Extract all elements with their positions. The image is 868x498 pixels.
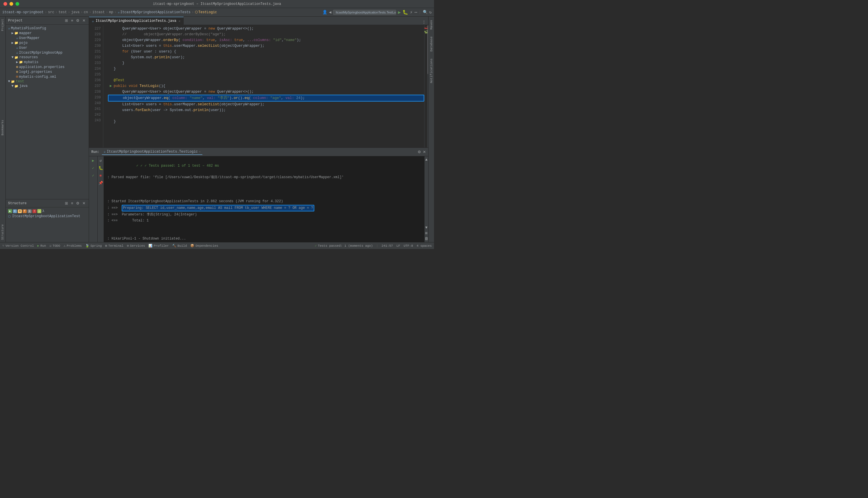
status-build[interactable]: 🔨 Build: [172, 244, 187, 248]
struct-icon-err[interactable]: !: [33, 209, 37, 213]
right-tab-maven[interactable]: Maven: [429, 17, 434, 33]
run-config-button[interactable]: ItcastMpSpringbootApplicationTests.TestL…: [333, 10, 396, 15]
code-editor[interactable]: 227 228 229 230 231 232 233 234 235 236 …: [89, 25, 428, 147]
run-debug-button[interactable]: 🐛: [98, 165, 104, 171]
maximize-button[interactable]: [15, 2, 19, 6]
status-position[interactable]: 241:57: [381, 244, 393, 248]
run-tab-main[interactable]: ☕ ItcastMpSpringbootApplicationTests.Tes…: [102, 149, 202, 155]
status-dependencies[interactable]: 📦 Dependencies: [190, 244, 218, 248]
status-services[interactable]: ⚙ Services: [127, 244, 145, 248]
run-tab-close[interactable]: ✕: [199, 150, 200, 154]
struct-icon-more[interactable]: i: [28, 209, 31, 213]
run-stop-button[interactable]: ■: [98, 172, 104, 179]
crumb-cn[interactable]: cn: [84, 10, 88, 14]
tab-main-file[interactable]: ☕ ItcastMpSpringbootApplicationTests.jav…: [89, 17, 184, 25]
run-pin-button[interactable]: 📌: [98, 180, 104, 186]
structure-settings-btn[interactable]: ⚙: [75, 201, 80, 206]
crumb-test[interactable]: test: [59, 10, 67, 14]
crumb-class[interactable]: TestLogic: [198, 10, 217, 14]
console-line-blank3: [107, 193, 421, 198]
status-line-ending[interactable]: LF: [397, 244, 400, 248]
struct-icon-warn[interactable]: △: [37, 209, 41, 213]
tree-item-resources[interactable]: ▼ 📁 resources: [6, 55, 89, 60]
tree-item-usermapper[interactable]: ☕ UserMapper: [6, 36, 89, 40]
avatar-icon[interactable]: 👤: [322, 10, 327, 15]
struct-icon-method[interactable]: m: [18, 209, 22, 213]
tree-item-mybatis-config[interactable]: ⊞ mybatis-config.xml: [6, 74, 89, 79]
tree-item-itcastapp[interactable]: ☕ ItcastMpSpringbootApp: [6, 50, 89, 55]
run-check-button[interactable]: ✓: [90, 172, 96, 179]
project-sidebar: Project ⊞ ≡ ⚙ ✕ ☕ MybatisPlusConfig ▶ 📁 …: [6, 17, 89, 242]
run-settings-button[interactable]: ⚙: [418, 150, 421, 154]
sidebar-expand-button[interactable]: ⊞: [64, 18, 69, 23]
tree-item-mybatisplusconfig[interactable]: ☕ MybatisPlusConfig: [6, 26, 89, 31]
run-button[interactable]: ▶: [398, 10, 401, 15]
search-button[interactable]: 🔍: [423, 10, 428, 15]
status-todo[interactable]: ☑ TODO: [49, 244, 60, 248]
tree-item-mybatis[interactable]: ▶ 📁 mybatis: [6, 60, 89, 65]
crumb-java[interactable]: java: [71, 10, 79, 14]
structure-body: ▶ C m f i ! △ λ ⬡ ItcastMpSpringbootAppl…: [6, 207, 89, 242]
run-close-button[interactable]: ✕: [423, 150, 426, 154]
project-crumb[interactable]: itcast-mp-springboot › src › test › java…: [2, 10, 217, 14]
tree-item-java[interactable]: ▼ 📁 java: [6, 84, 89, 88]
structure-collapse-btn[interactable]: ≡: [70, 201, 74, 206]
status-spring[interactable]: 🍃 Spring: [85, 244, 102, 248]
right-tab-notifications[interactable]: Notifications: [429, 55, 434, 87]
run-clear-btn[interactable]: 🗑: [425, 237, 428, 241]
run-content: ▶ ✓ ✓ ↺ 🐛 ■ 📌 ✓ ✓ ✓ Tests passed: 1 of 1…: [89, 156, 428, 242]
structure-close-btn[interactable]: ✕: [81, 201, 87, 206]
coverage-button[interactable]: ⚡: [410, 10, 413, 15]
run-play-button[interactable]: ▶: [90, 157, 96, 164]
debug-button[interactable]: 🐛: [402, 10, 408, 15]
console-output[interactable]: ✓ ✓ ✓ Tests passed: 1 of 1 test – 482 ms…: [104, 156, 424, 242]
crumb-itcast[interactable]: itcast: [92, 10, 105, 14]
more-button[interactable]: ⋯: [414, 10, 417, 15]
crumb-file[interactable]: ItcastMpSpringbootApplicationTests: [120, 10, 191, 14]
status-profiler[interactable]: 📊 Profiler: [148, 244, 169, 248]
tree-item-application-properties[interactable]: ⚙ application.properties: [6, 65, 89, 69]
struct-icon-lambda[interactable]: λ: [42, 209, 44, 213]
tree-item-log4j-properties[interactable]: ⚙ log4j.properties: [6, 69, 89, 74]
status-encoding[interactable]: UTF-8: [404, 244, 413, 248]
run-scroll-down[interactable]: ▼: [425, 225, 428, 230]
tree-item-mapper[interactable]: ▶ 📁 mapper: [6, 31, 89, 36]
update-button[interactable]: ↻: [429, 10, 432, 15]
test-status-text: ✓ Tests passed: 1 of 1 test – 482 ms: [145, 164, 219, 168]
struct-icon-field[interactable]: f: [23, 209, 27, 213]
status-version-control[interactable]: ⑂ Version Control: [2, 244, 34, 248]
back-button[interactable]: ◀: [329, 10, 331, 15]
run-status-check[interactable]: ✓: [90, 165, 96, 171]
project-name[interactable]: itcast-mp-springboot: [2, 10, 44, 14]
sidebar-close-button[interactable]: ✕: [81, 18, 87, 23]
status-run-icon: ▶: [37, 244, 39, 248]
run-rerun-button[interactable]: ↺: [98, 157, 104, 164]
crumb-src[interactable]: src: [48, 10, 54, 14]
right-tab-database[interactable]: Database: [429, 33, 434, 55]
tab-menu-button[interactable]: ⋮: [420, 20, 428, 25]
run-expand-btn[interactable]: ⊞: [425, 231, 428, 236]
struct-icon-class[interactable]: C: [13, 209, 17, 213]
crumb-mp[interactable]: mp: [109, 10, 113, 14]
struct-icon-run[interactable]: ▶: [8, 209, 12, 213]
sidebar-collapse-button[interactable]: ≡: [70, 18, 74, 23]
struct-class-item[interactable]: ⬡ ItcastMpSpringbootApplicationTest: [8, 214, 87, 219]
minimize-button[interactable]: [10, 2, 13, 6]
status-terminal[interactable]: ⊞ Terminal: [105, 244, 124, 248]
run-scroll-up[interactable]: ▲: [425, 157, 428, 162]
left-tab-bookmarks[interactable]: Bookmarks: [0, 118, 6, 138]
status-problems[interactable]: ⚠ Problems: [64, 244, 82, 248]
tree-item-pojo[interactable]: ▶ 📁 pojo: [6, 40, 89, 45]
code-content[interactable]: QueryWrapper<User> objectQueryWrapper = …: [103, 25, 424, 147]
left-tab-structure[interactable]: Structure: [0, 222, 6, 242]
structure-expand-btn[interactable]: ⊞: [64, 201, 69, 206]
tab-close-button[interactable]: ✕: [179, 19, 181, 23]
sidebar-settings-button[interactable]: ⚙: [75, 18, 80, 23]
status-run-button[interactable]: ▶ Run: [37, 244, 46, 248]
left-tab-project[interactable]: Project: [0, 17, 6, 33]
tree-item-user[interactable]: ☕ User: [6, 45, 89, 50]
run-tab-label: ItcastMpSpringbootApplicationTests.TestL…: [107, 150, 198, 154]
tree-item-test[interactable]: ▼ 📁 test: [6, 79, 89, 84]
close-button[interactable]: [3, 2, 7, 6]
status-indent[interactable]: 4 spaces: [416, 244, 432, 248]
